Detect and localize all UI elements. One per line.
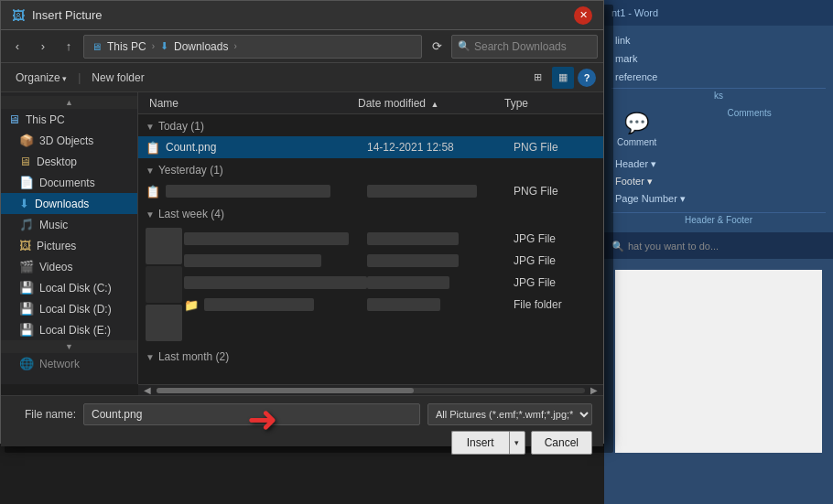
chevron-yesterday-icon: ▼ [146,166,155,176]
sidebar-item-network[interactable]: 🌐 Network [1,353,137,374]
path-downloads: Downloads [174,40,228,53]
ribbon-link-btn[interactable]: link [611,33,634,48]
h-scroll-thumb [157,388,414,393]
ribbon-page-num-btn[interactable]: Page Number ▾ [611,191,826,207]
sidebar-label-local-c: Local Disk (C:) [39,282,112,295]
sidebar-item-this-pc[interactable]: 🖥 This PC [1,109,137,130]
group-header-lastweek[interactable]: ▼ Last week (4) [138,202,603,224]
dialog-title-text: Insert Picture [32,8,103,22]
back-button[interactable]: ‹ [6,36,28,58]
search-icon: 🔍 [458,40,471,52]
blurred-filename-y1 [166,185,330,198]
comment-icon: 💬 [624,112,649,135]
disk-e-icon: 💾 [19,323,34,337]
sidebar-label-local-e: Local Disk (E:) [39,324,111,337]
chevron-lastmonth-icon: ▼ [146,352,155,362]
dialog-title-bar: 🖼 Insert Picture ✕ [1,1,603,30]
h-scroll-right-btn[interactable]: ▶ [587,385,601,395]
png-file-icon: 📋 [146,141,160,155]
filetype-select[interactable]: All Pictures (*.emf;*.wmf;*.jpg;* [427,403,592,425]
h-scroll-left-btn[interactable]: ◀ [140,385,155,395]
organize-button[interactable]: Organize [8,69,74,87]
pc-icon: 🖥 [8,113,20,126]
picture-icon: 🖼 [12,8,25,23]
ribbon-header-btn[interactable]: Header ▾ [611,156,826,172]
word-search-bar[interactable]: 🔍 hat you want to do... [604,233,833,259]
sidebar-item-downloads[interactable]: ⬇ Downloads [1,193,137,214]
blurred-date-lw2 [367,254,459,267]
sidebar: ▲ 🖥 This PC 📦 3D Objects 🖥 Desktop 📄 Doc… [1,92,138,384]
sidebar-item-documents[interactable]: 📄 Documents [1,172,137,193]
sidebar-item-local-d[interactable]: 💾 Local Disk (D:) [1,298,137,319]
sidebar-item-local-e[interactable]: 💾 Local Disk (E:) [1,319,137,340]
blurred-filename-lw2 [184,254,321,267]
title-left: 🖼 Insert Picture [12,8,103,23]
folder-icon-lw4: 📁 [184,298,199,312]
ribbon-links-group-title: ks [611,88,826,101]
file-type-lw4: File folder [514,298,596,311]
sidebar-scroll-down[interactable]: ▼ [1,340,137,353]
col-header-date[interactable]: Date modified ▲ [354,97,501,110]
ribbon-footer-btn[interactable]: Footer ▾ [611,174,826,189]
action-row: Insert ▾ Cancel [12,431,592,455]
forward-button[interactable]: › [32,36,54,58]
view-list-button[interactable]: ⊞ [526,67,548,89]
videos-icon: 🎬 [19,260,34,273]
ribbon-bookmark-btn[interactable]: mark [611,51,641,66]
file-list[interactable]: Name Date modified ▲ Type ▼ Today (1) 📋 … [138,92,603,384]
sidebar-item-local-c[interactable]: 💾 Local Disk (C:) [1,277,137,298]
col-header-type[interactable]: Type [501,97,583,110]
refresh-button[interactable]: ⟳ [426,36,448,58]
insert-button[interactable]: Insert [451,431,509,455]
music-icon: 🎵 [19,218,34,231]
sidebar-item-desktop[interactable]: 🖥 Desktop [1,151,137,172]
view-toggle-button[interactable]: ▦ [552,67,574,89]
group-label-yesterday: Yesterday (1) [158,164,223,177]
sidebar-item-3d-objects[interactable]: 📦 3D Objects [1,130,137,151]
group-header-lastmonth[interactable]: ▼ Last month (2) [138,345,603,367]
lastweek-files-container: JPG File JPG File JPG Fi [138,224,603,345]
network-icon: 🌐 [19,357,34,370]
file-row-lw2[interactable]: JPG File [182,250,603,272]
up-button[interactable]: ↑ [58,36,80,58]
file-row-lw1[interactable]: JPG File [182,228,603,250]
thumb-2 [146,266,182,303]
lastweek-rows: JPG File JPG File JPG Fi [182,228,603,341]
file-row-count-png[interactable]: 📋 Count.png 14-12-2021 12:58 PNG File [138,136,603,158]
group-label-lastmonth: Last month (2) [158,350,229,363]
sidebar-scroll-up[interactable]: ▲ [1,96,137,109]
group-header-yesterday[interactable]: ▼ Yesterday (1) [138,158,603,180]
file-row-lw4[interactable]: 📁 File folder [182,294,603,316]
disk-c-icon: 💾 [19,281,34,295]
word-title-bar: nt1 - Word [604,0,833,26]
cancel-button[interactable]: Cancel [531,431,592,455]
ribbon-cross-ref-btn[interactable]: reference [611,70,661,84]
sidebar-label-desktop: Desktop [37,155,77,168]
new-folder-button[interactable]: New folder [84,69,151,87]
blurred-date-lw3 [367,276,449,289]
sidebar-item-music[interactable]: 🎵 Music [1,214,137,235]
address-path[interactable]: 🖥 This PC › ⬇ Downloads › [83,35,422,59]
sidebar-label-this-pc: This PC [26,113,65,126]
sidebar-item-pictures[interactable]: 🖼 Pictures [1,235,137,256]
downloads-icon: ⬇ [19,197,29,210]
col-header-name[interactable]: Name [146,97,354,110]
group-header-today[interactable]: ▼ Today (1) [138,114,603,136]
horizontal-scrollbar[interactable]: ◀ ▶ [138,384,603,395]
thumbnails-container [146,228,182,341]
sidebar-item-videos[interactable]: 🎬 Videos [1,256,137,277]
file-name-count: Count.png [166,141,216,154]
group-label-today: Today (1) [158,120,204,133]
help-button[interactable]: ? [578,69,596,87]
file-row-yesterday-1[interactable]: 📋 PNG File [138,180,603,202]
file-row-lw3[interactable]: JPG File [182,272,603,294]
thumb-3 [146,305,182,341]
insert-dropdown-button[interactable]: ▾ [509,431,525,455]
file-date-count: 14-12-2021 12:58 [367,141,514,154]
disk-d-icon: 💾 [19,302,34,316]
search-box[interactable]: 🔍 Search Downloads [451,35,598,59]
close-button[interactable]: ✕ [574,6,592,25]
ribbon-comment-btn[interactable]: 💬 Comment [611,108,662,151]
sidebar-label-downloads: Downloads [35,198,89,210]
file-type-lw2: JPG File [514,254,596,267]
